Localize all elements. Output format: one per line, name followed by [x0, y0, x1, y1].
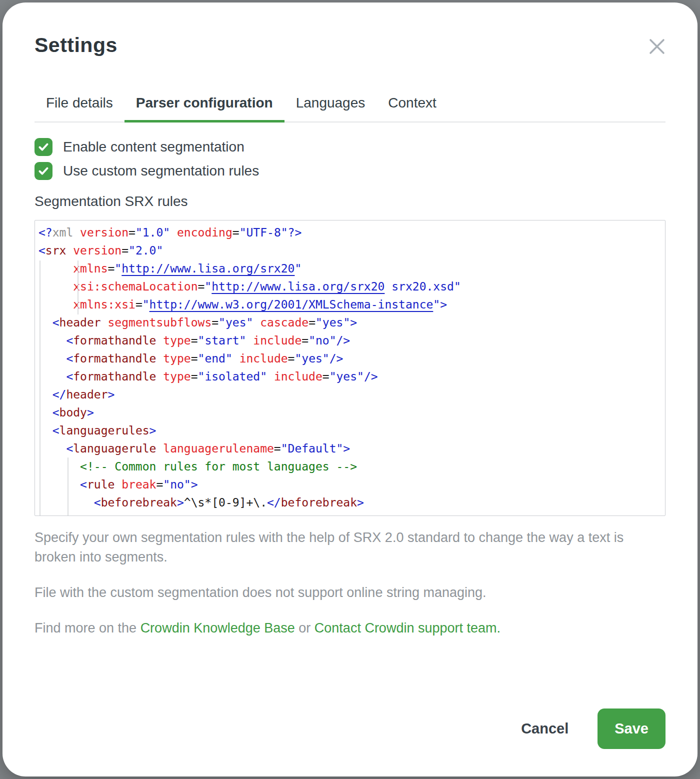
srx-code-editor[interactable]: <?xml version="1.0" encoding="UTF-8"?><s…: [34, 220, 666, 516]
find-more-middle: or: [295, 620, 314, 636]
tab-bar: File detailsParser configurationLanguage…: [34, 95, 666, 122]
code-line: <body>: [38, 404, 665, 422]
dialog-title: Settings: [34, 34, 666, 57]
indent-guide: [68, 458, 68, 516]
tab-languages[interactable]: Languages: [284, 95, 377, 122]
code-line: <?xml version="1.0" encoding="UTF-8"?>: [38, 224, 665, 242]
save-button[interactable]: Save: [598, 708, 666, 749]
close-button[interactable]: [648, 38, 666, 56]
checkbox-checked-icon[interactable]: [34, 162, 52, 180]
indent-guide: [78, 260, 78, 314]
code-line: </header>: [38, 386, 665, 404]
code-line: <header segmentsubflows="yes" cascade="y…: [38, 314, 665, 332]
code-content: <?xml version="1.0" encoding="UTF-8"?><s…: [35, 220, 665, 516]
srx-rules-label: Segmentation SRX rules: [34, 194, 666, 210]
code-line: <formathandle type="end" include="yes"/>: [38, 350, 665, 368]
contact-support-link[interactable]: Contact Crowdin support team: [314, 620, 497, 636]
code-line: <rule break="no">: [38, 476, 665, 494]
help-text-online-managing: File with the custom segmentation does n…: [34, 583, 636, 602]
code-line: <formathandle type="start" include="no"/…: [38, 332, 665, 350]
code-line: <beforebreak>^\s*[0-9]+\.</beforebreak>: [38, 494, 665, 512]
code-line: <!-- Common rules for most languages -->: [38, 458, 665, 476]
help-text-find-more: Find more on the Crowdin Knowledge Base …: [34, 618, 636, 638]
code-line: <formathandle type="isolated" include="y…: [38, 368, 665, 386]
code-line: xmlns="http://www.lisa.org/srx20": [38, 260, 665, 278]
code-line: <languagerules>: [38, 422, 665, 440]
find-more-suffix: .: [497, 620, 501, 636]
settings-dialog: Settings File detailsParser configuratio…: [2, 2, 698, 776]
checkbox-label: Use custom segmentation rules: [63, 163, 259, 179]
code-line: xsi:schemaLocation="http://www.lisa.org/…: [38, 278, 665, 296]
code-line: xmlns:xsi="http://www.w3.org/2001/XMLSch…: [38, 296, 665, 314]
tab-file-details[interactable]: File details: [34, 95, 124, 122]
code-line: <srx version="2.0": [38, 242, 665, 260]
checkbox-checked-icon[interactable]: [34, 138, 52, 156]
knowledge-base-link[interactable]: Crowdin Knowledge Base: [140, 620, 295, 636]
code-line: <languagerule languagerulename="Default"…: [38, 440, 665, 458]
checkbox-use-custom-segmentation-rules[interactable]: Use custom segmentation rules: [34, 162, 666, 180]
help-text-segmentation: Specify your own segmentation rules with…: [34, 528, 636, 567]
checkbox-group: Enable content segmentationUse custom se…: [34, 138, 666, 180]
checkbox-label: Enable content segmentation: [63, 139, 244, 155]
cancel-button[interactable]: Cancel: [521, 720, 568, 737]
checkbox-enable-content-segmentation[interactable]: Enable content segmentation: [34, 138, 666, 156]
find-more-prefix: Find more on the: [34, 620, 140, 636]
tab-parser-configuration[interactable]: Parser configuration: [124, 95, 284, 122]
dialog-footer: Cancel Save: [521, 708, 666, 749]
tab-context[interactable]: Context: [376, 95, 448, 122]
close-icon: [648, 38, 666, 55]
indent-guide: [40, 260, 40, 516]
code-line: <afterbreak>\s</afterbreak>: [38, 512, 665, 516]
